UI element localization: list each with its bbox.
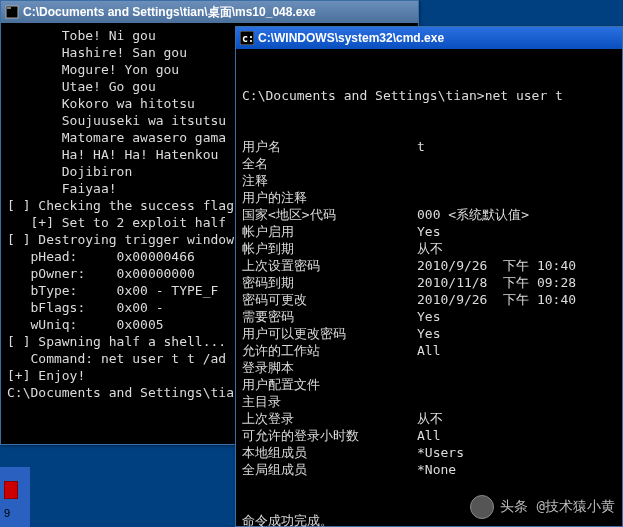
netuser-label: 用户名 <box>242 138 417 155</box>
netuser-label: 全局组成员 <box>242 461 417 478</box>
window-icon <box>5 5 19 19</box>
netuser-value: 2010/9/26 下午 10:40 <box>417 257 616 274</box>
netuser-row: 登录脚本 <box>242 359 616 376</box>
netuser-label: 国家<地区>代码 <box>242 206 417 223</box>
netuser-value: 000 <系统默认值> <box>417 206 616 223</box>
win2-title-text: C:\WINDOWS\system32\cmd.exe <box>258 31 444 45</box>
netuser-label: 本地组成员 <box>242 444 417 461</box>
avatar <box>470 495 494 519</box>
netuser-label: 全名 <box>242 155 417 172</box>
netuser-value: All <box>417 342 616 359</box>
netuser-label: 主目录 <box>242 393 417 410</box>
win2-terminal[interactable]: C:\Documents and Settings\tian>net user … <box>236 49 622 527</box>
netuser-value: Yes <box>417 223 616 240</box>
cmd-prompt-line: C:\Documents and Settings\tian>net user … <box>242 87 616 104</box>
netuser-row: 上次设置密码2010/9/26 下午 10:40 <box>242 257 616 274</box>
netuser-row: 本地组成员*Users <box>242 444 616 461</box>
netuser-row: 用户名t <box>242 138 616 155</box>
netuser-row: 用户可以更改密码Yes <box>242 325 616 342</box>
netuser-label: 密码到期 <box>242 274 417 291</box>
netuser-label: 密码可更改 <box>242 291 417 308</box>
win1-titlebar[interactable]: C:\Documents and Settings\tian\桌面\ms10_0… <box>1 1 418 23</box>
netuser-value <box>417 172 616 189</box>
cmd-icon: c: <box>240 31 254 45</box>
netuser-row: 用户配置文件 <box>242 376 616 393</box>
netuser-value <box>417 155 616 172</box>
netuser-label: 可允许的登录小时数 <box>242 427 417 444</box>
netuser-label: 登录脚本 <box>242 359 417 376</box>
netuser-label: 上次设置密码 <box>242 257 417 274</box>
taskbar-fragment: 9 <box>0 467 30 527</box>
netuser-row: 需要密码Yes <box>242 308 616 325</box>
netuser-value: 2010/9/26 下午 10:40 <box>417 291 616 308</box>
netuser-value: Yes <box>417 325 616 342</box>
netuser-row: 用户的注释 <box>242 189 616 206</box>
netuser-value <box>417 359 616 376</box>
netuser-row: 帐户到期从不 <box>242 240 616 257</box>
netuser-row: 密码可更改2010/9/26 下午 10:40 <box>242 291 616 308</box>
netuser-label: 帐户到期 <box>242 240 417 257</box>
netuser-row: 密码到期2010/11/8 下午 09:28 <box>242 274 616 291</box>
netuser-row: 主目录 <box>242 393 616 410</box>
netuser-row: 注释 <box>242 172 616 189</box>
watermark-text: 头条 @技术猿小黄 <box>500 498 615 516</box>
netuser-label: 用户配置文件 <box>242 376 417 393</box>
netuser-row: 全名 <box>242 155 616 172</box>
netuser-value <box>417 189 616 206</box>
netuser-label: 允许的工作站 <box>242 342 417 359</box>
svg-text:c:: c: <box>242 33 254 44</box>
netuser-value: 2010/11/8 下午 09:28 <box>417 274 616 291</box>
netuser-value: All <box>417 427 616 444</box>
netuser-value: t <box>417 138 616 155</box>
netuser-row: 上次登录从不 <box>242 410 616 427</box>
win2-titlebar[interactable]: c: C:\WINDOWS\system32\cmd.exe <box>236 27 622 49</box>
win1-title-text: C:\Documents and Settings\tian\桌面\ms10_0… <box>23 4 316 21</box>
netuser-row: 国家<地区>代码000 <系统默认值> <box>242 206 616 223</box>
netuser-label: 用户的注释 <box>242 189 417 206</box>
netuser-label: 用户可以更改密码 <box>242 325 417 342</box>
watermark: 头条 @技术猿小黄 <box>470 495 615 519</box>
netuser-row: 帐户启用Yes <box>242 223 616 240</box>
netuser-row: 全局组成员*None <box>242 461 616 478</box>
netuser-label: 帐户启用 <box>242 223 417 240</box>
netuser-row: 允许的工作站All <box>242 342 616 359</box>
netuser-value: *None <box>417 461 616 478</box>
netuser-label: 需要密码 <box>242 308 417 325</box>
netuser-value: Yes <box>417 308 616 325</box>
netuser-label: 注释 <box>242 172 417 189</box>
netuser-value <box>417 376 616 393</box>
netuser-value <box>417 393 616 410</box>
netuser-value: 从不 <box>417 410 616 427</box>
cmd-window[interactable]: c: C:\WINDOWS\system32\cmd.exe C:\Docume… <box>235 26 623 527</box>
netuser-value: 从不 <box>417 240 616 257</box>
netuser-row: 可允许的登录小时数All <box>242 427 616 444</box>
taskbar-button[interactable] <box>4 481 18 499</box>
netuser-value: *Users <box>417 444 616 461</box>
netuser-label: 上次登录 <box>242 410 417 427</box>
taskbar-number: 9 <box>4 507 10 519</box>
